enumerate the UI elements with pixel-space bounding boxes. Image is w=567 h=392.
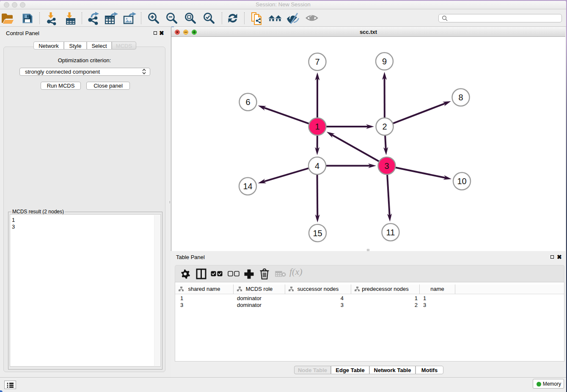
svg-text:1: 1 bbox=[315, 122, 319, 131]
svg-text:9: 9 bbox=[382, 57, 387, 66]
svg-text:10: 10 bbox=[457, 177, 466, 186]
svg-text:6: 6 bbox=[245, 97, 250, 107]
svg-text:8: 8 bbox=[458, 93, 463, 102]
svg-text:11: 11 bbox=[386, 228, 395, 237]
svg-text:7: 7 bbox=[315, 57, 319, 66]
svg-text:4: 4 bbox=[315, 161, 319, 171]
svg-text:14: 14 bbox=[243, 182, 252, 191]
svg-text:15: 15 bbox=[313, 229, 322, 238]
svg-text:2: 2 bbox=[382, 122, 387, 131]
svg-text:3: 3 bbox=[384, 161, 389, 171]
